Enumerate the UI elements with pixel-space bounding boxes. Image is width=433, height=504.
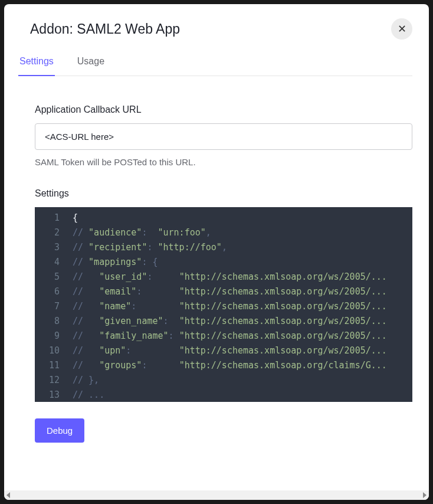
callback-url-input[interactable]: [35, 123, 412, 150]
debug-button[interactable]: Debug: [35, 418, 84, 443]
modal-title: Addon: SAML2 Web App: [30, 21, 180, 37]
horizontal-scrollbar[interactable]: [4, 490, 429, 500]
modal-body[interactable]: Settings Usage Application Callback URL …: [4, 47, 429, 490]
editor-gutter: 12345678910111213: [35, 207, 65, 402]
tabs: Settings Usage: [18, 47, 412, 76]
editor-code[interactable]: {// "audience": "urn:foo",// "recipient"…: [65, 207, 412, 402]
callback-label: Application Callback URL: [35, 104, 412, 115]
editor-scroll[interactable]: 12345678910111213 {// "audience": "urn:f…: [35, 207, 412, 402]
callback-help: SAML Token will be POSTed to this URL.: [35, 157, 412, 167]
tab-usage[interactable]: Usage: [76, 47, 106, 76]
close-button[interactable]: ✕: [391, 18, 412, 40]
modal-header: Addon: SAML2 Web App ✕: [4, 4, 429, 47]
settings-label: Settings: [35, 188, 412, 199]
settings-editor: 12345678910111213 {// "audience": "urn:f…: [35, 207, 412, 402]
tab-settings[interactable]: Settings: [18, 47, 55, 76]
addon-modal: Addon: SAML2 Web App ✕ Settings Usage Ap…: [4, 4, 429, 500]
callback-url-group: Application Callback URL SAML Token will…: [35, 104, 412, 167]
close-icon: ✕: [398, 22, 406, 35]
